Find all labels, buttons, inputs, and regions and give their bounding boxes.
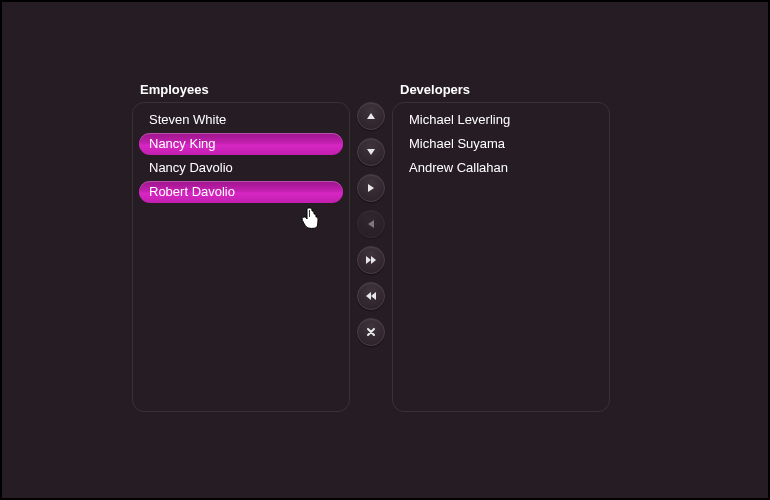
- developers-title: Developers: [400, 82, 610, 98]
- employees-item[interactable]: Robert Davolio: [139, 181, 343, 203]
- up-icon: [366, 111, 376, 121]
- developers-listbox[interactable]: Michael LeverlingMichael SuyamaAndrew Ca…: [392, 102, 610, 412]
- move-left-button: [357, 210, 385, 238]
- employees-column: Employees Steven WhiteNancy KingNancy Da…: [132, 82, 350, 412]
- svg-marker-5: [371, 256, 376, 264]
- svg-marker-4: [366, 256, 371, 264]
- developers-item[interactable]: Michael Leverling: [399, 109, 603, 131]
- employees-item[interactable]: Nancy King: [139, 133, 343, 155]
- down-icon: [366, 147, 376, 157]
- svg-marker-2: [368, 184, 374, 192]
- clear-button[interactable]: [357, 318, 385, 346]
- left-icon: [366, 219, 376, 229]
- x-icon: [366, 327, 376, 337]
- employees-listbox[interactable]: Steven WhiteNancy KingNancy DavolioRober…: [132, 102, 350, 412]
- move-down-button[interactable]: [357, 138, 385, 166]
- transfer-buttons: [357, 102, 385, 354]
- svg-marker-3: [368, 220, 374, 228]
- employees-item[interactable]: Nancy Davolio: [139, 157, 343, 179]
- right-icon: [366, 183, 376, 193]
- developers-column: Developers Michael LeverlingMichael Suya…: [392, 82, 610, 412]
- svg-marker-0: [367, 113, 375, 119]
- developers-item[interactable]: Andrew Callahan: [399, 157, 603, 179]
- dleft-icon: [365, 291, 377, 301]
- move-all-left-button[interactable]: [357, 282, 385, 310]
- move-right-button[interactable]: [357, 174, 385, 202]
- svg-marker-7: [371, 292, 376, 300]
- move-all-right-button[interactable]: [357, 246, 385, 274]
- dright-icon: [365, 255, 377, 265]
- dual-listbox: Employees Steven WhiteNancy KingNancy Da…: [132, 82, 610, 412]
- developers-item[interactable]: Michael Suyama: [399, 133, 603, 155]
- svg-marker-6: [366, 292, 371, 300]
- svg-marker-1: [367, 149, 375, 155]
- move-up-button[interactable]: [357, 102, 385, 130]
- employees-item[interactable]: Steven White: [139, 109, 343, 131]
- employees-title: Employees: [140, 82, 350, 98]
